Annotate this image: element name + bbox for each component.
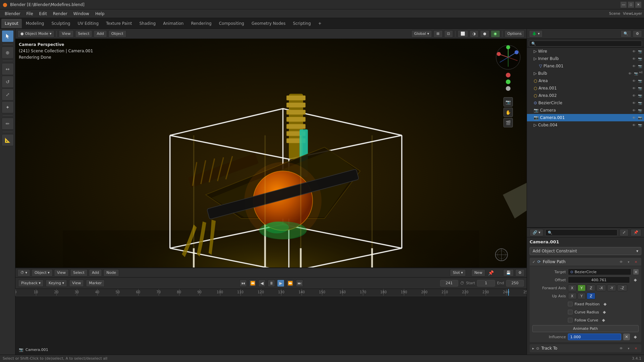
- props-pin-btn[interactable]: 📌: [631, 229, 641, 236]
- forward-x-btn[interactable]: X: [568, 285, 577, 291]
- props-search-input[interactable]: [545, 229, 618, 236]
- view-menu[interactable]: View: [59, 30, 73, 38]
- visibility-btn-camera[interactable]: 👁: [631, 108, 637, 113]
- animate-path-button[interactable]: Animate Path: [532, 325, 639, 332]
- track-to-close-btn[interactable]: ✕: [633, 346, 639, 351]
- constraint-visibility-btn[interactable]: 👁: [619, 259, 624, 264]
- navigation-gizmo[interactable]: [495, 44, 522, 71]
- visibility-btn-wire[interactable]: 👁: [631, 49, 637, 54]
- tool-transform[interactable]: ✦: [2, 101, 14, 113]
- panel-options-btn[interactable]: ⚙: [633, 30, 642, 38]
- shading-lookdev[interactable]: ●: [480, 30, 489, 38]
- render-btn[interactable]: 🎬: [503, 118, 513, 127]
- curve-radius-animate-btn[interactable]: ◆: [601, 309, 608, 315]
- tool-rotate[interactable]: ↺: [2, 76, 14, 88]
- mode-selector[interactable]: ● Object Mode ▾: [17, 30, 54, 38]
- offset-value[interactable]: 400.761: [568, 277, 630, 283]
- tab-layout[interactable]: Layout: [1, 19, 22, 28]
- tab-rendering[interactable]: Rendering: [187, 19, 215, 28]
- slot-selector[interactable]: Slot ▾: [450, 269, 466, 277]
- tree-item-wire[interactable]: ▷ Wire 👁 📷: [527, 48, 644, 55]
- tree-item-inner-bulb[interactable]: ▷ Inner Bulb 👁 📷: [527, 55, 644, 62]
- tool-move[interactable]: ↔: [2, 63, 14, 75]
- timeline-settings[interactable]: ⚙: [515, 269, 525, 277]
- minimize-button[interactable]: —: [621, 2, 627, 8]
- viewport-overlay-toggle[interactable]: ⊡: [444, 30, 453, 38]
- timeline-editor-type[interactable]: ⏱ ▾: [17, 269, 30, 277]
- track-to-visibility-btn[interactable]: 👁: [619, 346, 624, 351]
- influence-value[interactable]: 1.000: [568, 334, 621, 340]
- render-btn-bezier[interactable]: 📷: [637, 100, 643, 106]
- forward-z-btn[interactable]: Z: [587, 285, 595, 291]
- timeline-node-menu[interactable]: Node: [103, 269, 119, 277]
- tree-item-area001[interactable]: ○ Area.001 👁 📷: [527, 84, 644, 92]
- visibility-btn-bezier[interactable]: 👁: [631, 100, 637, 106]
- shading-rendered[interactable]: ◉: [491, 30, 500, 38]
- render-btn-camera[interactable]: 📷: [637, 108, 643, 113]
- render-btn-bulb[interactable]: 📷: [633, 71, 639, 76]
- menu-render[interactable]: Render: [50, 11, 70, 17]
- offset-animate-btn[interactable]: ◆: [632, 277, 639, 283]
- tool-cursor[interactable]: ⊕: [2, 47, 14, 59]
- props-type-selector[interactable]: 🔗 ▾: [530, 229, 543, 236]
- tab-add[interactable]: +: [315, 19, 325, 28]
- visibility-btn-inner-bulb[interactable]: 👁: [631, 56, 637, 61]
- object-menu[interactable]: Object: [108, 30, 126, 38]
- prev-keyframe-btn[interactable]: ⏪: [249, 280, 256, 287]
- tree-item-cube004[interactable]: ▷ Cube.004 👁 📷: [527, 121, 644, 129]
- keying-menu[interactable]: Keying ▾: [46, 280, 67, 287]
- up-x-btn[interactable]: X: [568, 293, 577, 299]
- keyframe-start-btn[interactable]: ⏮: [239, 280, 247, 287]
- tool-select[interactable]: [2, 30, 14, 42]
- global-local-selector[interactable]: Global ▾: [411, 30, 432, 38]
- visibility-btn-bulb[interactable]: 👁: [627, 71, 633, 76]
- tree-item-plane001[interactable]: ▽ Plane.001 👁 📷: [527, 62, 644, 70]
- add-menu[interactable]: Add: [94, 30, 107, 38]
- target-input[interactable]: ⊙ BezierCircle: [568, 268, 631, 275]
- tab-compositing[interactable]: Compositing: [216, 19, 248, 28]
- close-button[interactable]: ✕: [635, 2, 641, 8]
- tool-measure[interactable]: 📐: [2, 134, 14, 146]
- render-btn-area002[interactable]: 📷: [637, 93, 643, 98]
- render-btn-inner-bulb[interactable]: 📷: [637, 56, 643, 61]
- curve-radius-checkbox[interactable]: [568, 310, 573, 314]
- tree-item-camera[interactable]: 📷 Camera 👁 📷: [527, 107, 644, 114]
- tree-item-area002[interactable]: ○ Area.002 👁 📷: [527, 92, 644, 99]
- fixed-pos-animate-btn[interactable]: ◆: [602, 301, 608, 307]
- influence-clear-btn[interactable]: ✕: [623, 334, 630, 340]
- tab-texture-paint[interactable]: Texture Paint: [103, 19, 135, 28]
- render-btn-area001[interactable]: 📷: [637, 85, 643, 91]
- up-z-btn[interactable]: Z: [587, 293, 595, 299]
- keyframe-end-btn[interactable]: ⏭: [296, 280, 303, 287]
- play-btn[interactable]: ▶: [277, 280, 284, 287]
- titlebar-controls[interactable]: — □ ✕: [621, 2, 641, 8]
- playback-menu[interactable]: Playback ▾: [18, 280, 44, 287]
- constraint-close-btn[interactable]: ✕: [633, 259, 639, 264]
- visibility-btn-area001[interactable]: 👁: [631, 85, 637, 91]
- current-frame-input[interactable]: 241: [440, 280, 458, 287]
- tree-item-camera001[interactable]: 📷 Camera.001 👁 📷: [527, 114, 644, 121]
- menu-file[interactable]: File: [24, 11, 36, 17]
- tool-annotate[interactable]: ✏: [2, 118, 14, 130]
- render-btn-area[interactable]: 📷: [637, 78, 643, 83]
- influence-animate-btn[interactable]: ◆: [632, 334, 639, 340]
- viewport-3d[interactable]: Camera Perspective (241) Scene Collectio…: [15, 39, 527, 267]
- track-to-up-btn[interactable]: ▾: [626, 346, 631, 351]
- tab-scripting[interactable]: Scripting: [289, 19, 314, 28]
- render-btn-camera001[interactable]: 📷: [637, 115, 643, 120]
- add-constraint-btn[interactable]: Add Object Constraint ▾: [530, 247, 641, 255]
- play-reverse-btn[interactable]: ◀: [258, 280, 266, 287]
- tab-sculpting[interactable]: Sculpting: [48, 19, 73, 28]
- tree-item-area[interactable]: ○ Area 👁 📷: [527, 77, 644, 84]
- end-frame-input[interactable]: 250: [506, 280, 524, 287]
- view-menu-timeline[interactable]: View: [69, 280, 84, 287]
- timeline-view-menu[interactable]: View: [54, 269, 69, 277]
- tab-shading[interactable]: Shading: [136, 19, 159, 28]
- hand-tool-btn[interactable]: ✋: [503, 108, 513, 117]
- stop-btn[interactable]: ⏸: [268, 280, 275, 287]
- follow-curve-checkbox[interactable]: [568, 318, 573, 322]
- menu-window[interactable]: Window: [71, 11, 92, 17]
- next-keyframe-btn[interactable]: ⏩: [286, 280, 294, 287]
- timeline-add-menu[interactable]: Add: [89, 269, 102, 277]
- up-y-btn[interactable]: Y: [578, 293, 586, 299]
